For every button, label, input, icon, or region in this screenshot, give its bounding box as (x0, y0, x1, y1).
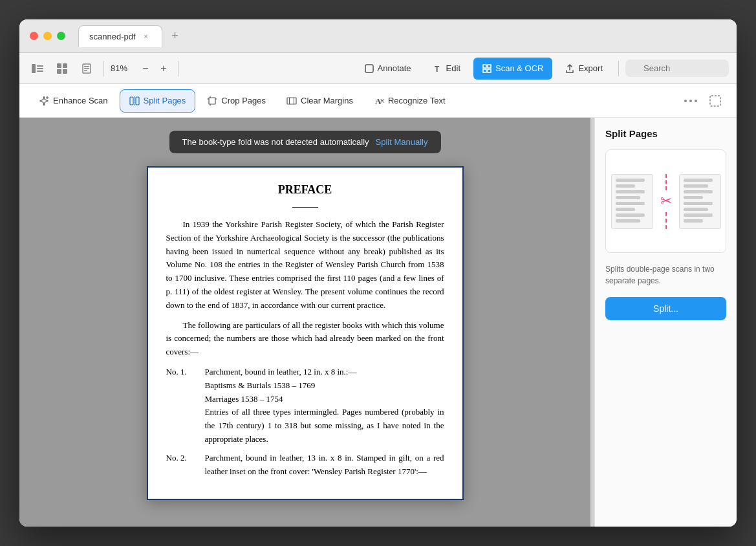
mini-line (684, 184, 708, 188)
scissors-icon: ✂ (660, 193, 672, 210)
mini-line (684, 213, 713, 217)
pdf-no1-line3: Marriages 1538 – 1754 (205, 393, 444, 406)
split-preview: ✂ (605, 149, 726, 253)
edit-button[interactable]: T Edit (424, 58, 470, 80)
split-button[interactable]: Split... (605, 297, 726, 320)
pdf-title-divider (292, 207, 318, 208)
tab-label: scanned-pdf (89, 32, 136, 41)
svg-rect-24 (294, 98, 294, 104)
crop-pages-button[interactable]: Crop Pages (198, 89, 275, 113)
svg-rect-6 (57, 69, 61, 74)
annotate-button[interactable]: Annotate (356, 58, 420, 80)
svg-rect-14 (483, 65, 486, 68)
minimize-button[interactable] (43, 32, 52, 40)
recognize-text-icon: A (374, 96, 384, 106)
annotate-icon (365, 64, 374, 73)
pdf-list-item-2: No. 2. Parchment, bound in leather, 13 i… (166, 452, 444, 479)
svg-rect-16 (483, 69, 486, 72)
svg-rect-7 (63, 69, 67, 74)
split-pages-icon (129, 96, 140, 106)
tab-close-button[interactable]: × (141, 31, 151, 41)
pdf-title: PREFACE (166, 183, 444, 197)
main-toolbar: 81% − + Annotate T Edit (19, 53, 737, 84)
pages-view-button[interactable] (76, 58, 97, 79)
mini-line (616, 179, 645, 182)
mini-line (684, 202, 713, 205)
pdf-no1-line1: Parchment, bound in leather, 12 in. x 8 … (205, 366, 444, 379)
pdf-no1-content: Parchment, bound in leather, 12 in. x 8 … (205, 366, 444, 446)
grid-view-button[interactable] (52, 58, 72, 79)
notification-banner: The book-type fold was not detected auto… (169, 131, 441, 153)
dashed-line-top (665, 174, 667, 191)
titlebar: scanned-pdf × + (19, 19, 737, 53)
new-tab-button[interactable]: + (166, 27, 184, 45)
pdf-paragraph-1: In 1939 the Yorkshire Parish Register So… (166, 218, 444, 312)
split-manually-link[interactable]: Split Manually (376, 137, 428, 147)
zoom-minus-button[interactable]: − (138, 61, 153, 76)
maximize-button[interactable] (57, 32, 65, 40)
tab-bar: scanned-pdf × + (78, 25, 726, 47)
svg-rect-11 (84, 70, 87, 71)
clear-margins-button[interactable]: Clear Margins (277, 89, 362, 113)
more-options-icon (684, 100, 697, 102)
divider-1 (103, 61, 104, 76)
app-window: scanned-pdf × + (19, 19, 737, 527)
content-area[interactable]: The book-type fold was not detected auto… (19, 118, 590, 527)
svg-rect-5 (63, 63, 67, 68)
split-preview-inner: ✂ (611, 174, 721, 229)
split-pages-button[interactable]: Split Pages (120, 89, 196, 113)
svg-rect-12 (365, 65, 373, 72)
svg-rect-21 (209, 98, 215, 104)
mini-line (616, 202, 645, 205)
svg-rect-4 (57, 63, 61, 68)
sidebar-toggle-button[interactable] (27, 58, 48, 79)
mini-line (616, 190, 645, 193)
zoom-plus-button[interactable]: + (156, 61, 171, 76)
right-panel: Split Pages (594, 118, 737, 527)
main-area: The book-type fold was not detected auto… (19, 118, 737, 527)
recognize-text-button[interactable]: A Recognize Text (365, 89, 455, 113)
pdf-no1-label: No. 1. (166, 366, 205, 446)
sub-toolbar-right (680, 90, 726, 112)
sub-toolbar: Enhance Scan Split Pages Crop Pages (19, 84, 737, 118)
pdf-content: In 1939 the Yorkshire Parish Register So… (166, 218, 444, 478)
enhance-scan-icon (39, 96, 49, 106)
dashed-select-button[interactable] (704, 90, 726, 112)
export-button[interactable]: Export (556, 58, 612, 80)
pages-view-icon (81, 63, 92, 74)
dashed-select-icon (709, 94, 722, 107)
divider-2 (178, 61, 178, 76)
sidebar-toggle-icon (32, 64, 43, 73)
mini-line (616, 213, 645, 217)
tab-scanned-pdf[interactable]: scanned-pdf × (78, 25, 162, 47)
svg-rect-23 (289, 98, 290, 104)
svg-rect-29 (710, 96, 720, 106)
svg-rect-19 (136, 97, 139, 105)
more-options-button[interactable] (680, 90, 702, 112)
edit-icon: T (433, 64, 442, 73)
pdf-no1-line2: Baptisms & Burials 1538 – 1769 (205, 379, 444, 393)
mini-page-right (679, 174, 721, 229)
split-line-visual: ✂ (660, 174, 672, 229)
notification-message: The book-type fold was not detected auto… (182, 137, 369, 147)
clear-margins-icon (286, 96, 297, 106)
svg-point-26 (684, 100, 687, 102)
svg-rect-22 (287, 98, 296, 104)
svg-rect-15 (488, 65, 491, 68)
pdf-no2-content: Parchment, bound in leather, 13 in. x 8 … (205, 452, 444, 479)
mini-line (684, 190, 713, 193)
mini-line (684, 179, 713, 182)
mini-line (684, 208, 708, 211)
enhance-scan-button[interactable]: Enhance Scan (30, 89, 117, 113)
search-input[interactable] (625, 60, 729, 77)
svg-rect-9 (84, 66, 89, 67)
svg-point-27 (689, 100, 692, 102)
pdf-page: PREFACE In 1939 the Yorkshire Parish Reg… (147, 166, 464, 500)
mini-line (616, 219, 640, 223)
close-button[interactable] (30, 32, 38, 40)
svg-rect-3 (37, 71, 43, 72)
svg-rect-10 (84, 68, 89, 69)
mini-page-left (611, 174, 653, 229)
mini-line (684, 196, 704, 199)
scan-ocr-button[interactable]: Scan & OCR (473, 58, 552, 80)
